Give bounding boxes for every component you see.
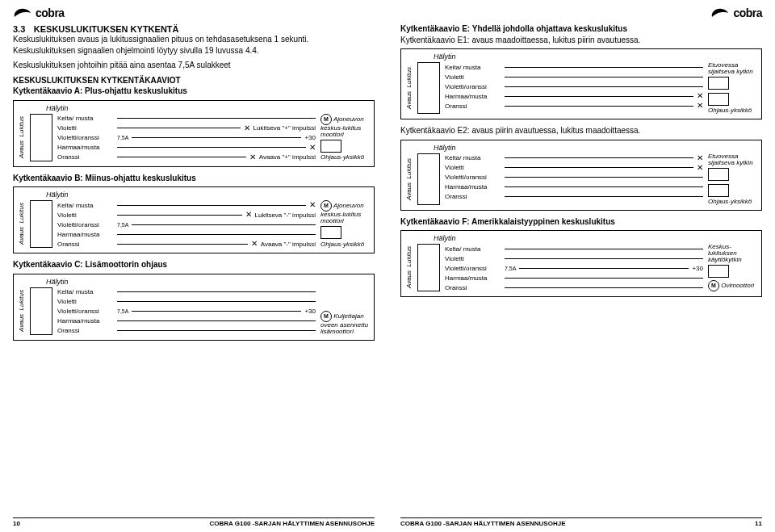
title-b: Kytkentäkaavio B: Miinus-ohjattu keskusl… <box>13 174 375 184</box>
subheading-1: KESKUSLUKITUKSEN KYTKENTÄKAAVIOT <box>13 76 375 86</box>
subheading-2: Kytkentäkaavio A: Plus-ohjattu keskusluk… <box>13 86 375 97</box>
title-e2: Kytkentäkaavio E2: avaus piirin avautues… <box>400 126 762 136</box>
page-number-right: 11 <box>755 520 762 527</box>
title-e1: Kytkentäkaavio E1: avaus maadoittaessa, … <box>400 36 762 46</box>
brand-text: cobra <box>36 6 65 19</box>
footer-text-left: COBRA G100 -SARJAN HÄLYTTIMEN ASENNUSOHJ… <box>210 520 375 527</box>
paragraph-2: Keskuslukituksen signaalien ohjelmointi … <box>13 46 375 57</box>
brand-logo: cobra <box>13 6 375 19</box>
right-page: cobra Kytkentäkaavio E: Yhdellä johdolla… <box>388 0 775 532</box>
footer-text-right: COBRA G100 -SARJAN HÄLYTTIMEN ASENNUSOHJ… <box>400 520 565 527</box>
diagram-a: Hälytin Avaus Lukitus Kelta/ musta Viole… <box>13 100 375 167</box>
brand-logo-right: cobra <box>400 6 762 19</box>
paragraph-1: Keskuslukituksen avaus ja lukitussignaal… <box>13 35 375 45</box>
paragraph-3: Keskuslukituksen johtoihin pitää aina as… <box>13 61 375 71</box>
diagram-e2: Hälytin Avaus Lukitus Kelta/ musta✕ Viol… <box>400 140 762 211</box>
diagram-c: Hälytin Avaus Lukitus Kelta/ musta Viole… <box>13 274 375 341</box>
diagram-e1: Hälytin Avaus Lukitus Kelta/ musta Viole… <box>400 48 762 119</box>
section-heading: 3.3 KESKUSLUKITUKSEN KYTKENTÄ <box>13 24 375 34</box>
halytin-label: Hälytin <box>46 104 369 112</box>
cobra-icon <box>13 7 32 19</box>
side-avaus: Avaus Lukitus <box>19 114 25 161</box>
diagram-b: Hälytin Avaus Lukitus Kelta/ musta✕ Viol… <box>13 186 375 253</box>
footer-left: 10 COBRA G100 -SARJAN HÄLYTTIMEN ASENNUS… <box>13 517 375 527</box>
footer-right: COBRA G100 -SARJAN HÄLYTTIMEN ASENNUSOHJ… <box>400 517 762 527</box>
title-c: Kytkentäkaavio C: Lisämoottorin ohjaus <box>13 260 375 270</box>
wires-a: Kelta/ musta Violetti✕Lukitseva "+" impu… <box>57 114 316 161</box>
left-page: cobra 3.3 KESKUSLUKITUKSEN KYTKENTÄ Kesk… <box>0 0 388 532</box>
alarm-block <box>30 114 52 161</box>
right-box-a: M Ajoneuvon keskus-lukitus moottori Ohja… <box>320 114 369 161</box>
title-f: Kytkentäkaavio F: Amerikkalaistyyppinen … <box>400 217 762 228</box>
title-e: Kytkentäkaavio E: Yhdellä johdolla ohjat… <box>400 24 762 35</box>
page-number-left: 10 <box>13 520 20 527</box>
cobra-icon <box>710 7 730 19</box>
diagram-f: Hälytin Avaus Lukitus Kelta/ musta Viole… <box>400 230 762 297</box>
